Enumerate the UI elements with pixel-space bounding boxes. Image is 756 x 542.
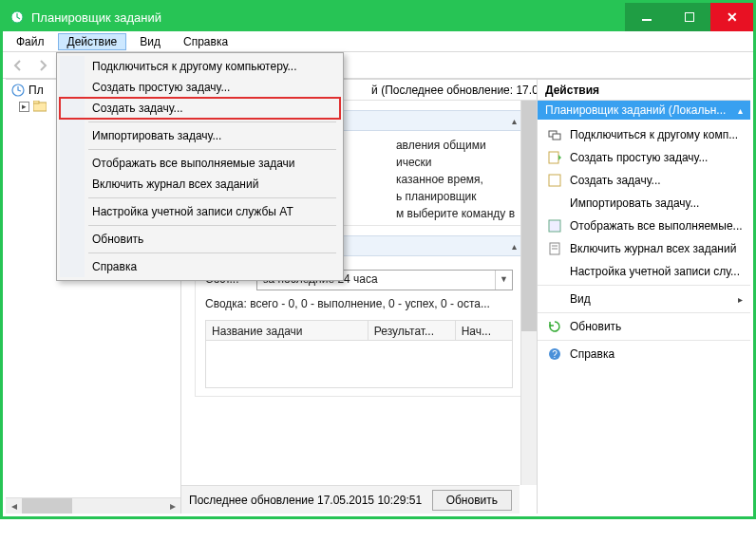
col-task-name[interactable]: Название задачи <box>206 321 369 340</box>
col-result[interactable]: Результат... <box>369 321 456 340</box>
nav-forward-button[interactable] <box>31 55 54 76</box>
dropdown-separator <box>88 197 336 198</box>
status-text: Последнее обновление 17.05.2015 10:29:51 <box>189 494 422 507</box>
clock-icon <box>11 84 25 97</box>
overview-text-4: ь планировщик <box>396 188 515 205</box>
scroll-left-button[interactable]: ◂ <box>6 498 22 514</box>
action-menu-dropdown: Подключиться к другому компьютеру... Соз… <box>56 52 344 281</box>
action-create-basic-task[interactable]: Создать простую задачу... <box>538 146 750 169</box>
scroll-track[interactable] <box>22 498 164 514</box>
task-list-empty <box>205 341 513 388</box>
action-at-account[interactable]: Настройка учетной записи слу... <box>538 260 750 286</box>
action-view[interactable]: Вид ▸ <box>538 288 750 313</box>
menu-item-show-running[interactable]: Отображать все выполняемые задачи <box>60 153 340 174</box>
state-summary: Сводка: всего - 0, 0 - выполнение, 0 - у… <box>205 296 513 312</box>
svg-rect-2 <box>685 12 694 22</box>
overview-text-3: казанное время, <box>396 171 515 188</box>
running-icon <box>547 218 562 234</box>
action-label: Импортировать задачу... <box>570 196 699 210</box>
svg-rect-13 <box>549 152 558 163</box>
menu-file[interactable]: Файл <box>7 33 54 50</box>
action-enable-log[interactable]: Включить журнал всех заданий <box>538 237 750 260</box>
overview-text-2: ически <box>396 154 515 171</box>
chevron-right-icon: ▸ <box>738 294 743 305</box>
scroll-right-button[interactable]: ▸ <box>164 498 180 514</box>
action-import-task[interactable]: Импортировать задачу... <box>538 192 750 215</box>
tree-root-label: Пл <box>28 84 44 97</box>
dropdown-separator <box>88 149 336 150</box>
refresh-icon <box>547 319 562 334</box>
svg-rect-1 <box>642 19 652 21</box>
expand-icon[interactable]: ▸ <box>19 102 29 112</box>
action-refresh[interactable]: Обновить <box>538 315 750 341</box>
refresh-button[interactable]: Обновить <box>432 490 512 511</box>
menu-item-help[interactable]: Справка <box>60 256 340 277</box>
action-show-running[interactable]: Отображать все выполняемые... <box>538 215 750 237</box>
action-label: Создать задачу... <box>570 174 661 187</box>
menu-item-import-task[interactable]: Импортировать задачу... <box>60 125 340 146</box>
svg-rect-14 <box>549 175 560 186</box>
chevron-down-icon: ▼ <box>495 271 512 290</box>
blank-icon <box>547 291 562 307</box>
action-label: Вид <box>570 292 591 306</box>
menu-item-enable-log[interactable]: Включить журнал всех заданий <box>60 174 340 195</box>
col-start[interactable]: Нач... <box>456 321 512 340</box>
vscroll-thumb[interactable] <box>521 101 537 331</box>
window-title: Планировщик заданий <box>31 10 625 25</box>
action-connect[interactable]: Подключиться к другому комп... <box>538 123 750 146</box>
svg-rect-15 <box>549 220 560 232</box>
close-button[interactable]: ✕ <box>710 3 753 31</box>
basic-task-icon <box>547 150 562 165</box>
maximize-button[interactable] <box>668 3 710 31</box>
menu-help[interactable]: Справка <box>174 33 237 50</box>
log-icon <box>547 241 562 256</box>
chevron-up-icon: ▴ <box>738 105 743 116</box>
action-label: Отображать все выполняемые... <box>570 219 743 233</box>
menu-item-refresh[interactable]: Обновить <box>60 229 340 250</box>
action-label: Обновить <box>570 320 621 333</box>
help-icon: ? <box>547 346 562 362</box>
connect-icon <box>547 127 562 142</box>
overview-text-5: м выберите команду в <box>396 205 515 222</box>
task-icon <box>547 173 562 188</box>
actions-scope-label: Планировщик заданий (Локальн... <box>545 103 726 117</box>
app-icon <box>9 9 26 26</box>
svg-text:?: ? <box>552 349 558 360</box>
menu-item-create-task[interactable]: Создать задачу... <box>60 98 340 119</box>
chevron-up-icon: ▴ <box>512 116 517 126</box>
minimize-button[interactable] <box>625 3 668 31</box>
action-label: Настройка учетной записи слу... <box>570 265 740 278</box>
menubar: Файл Действие Вид Справка <box>3 31 753 52</box>
summary-scrollbar-vertical[interactable] <box>520 101 537 485</box>
tree-scrollbar-horizontal[interactable]: ◂ ▸ <box>6 497 180 514</box>
menu-item-at-account[interactable]: Настройка учетной записи службы АТ <box>60 201 340 222</box>
menu-item-create-basic-task[interactable]: Создать простую задачу... <box>60 77 340 98</box>
action-label: Включить журнал всех заданий <box>570 242 736 255</box>
menu-action[interactable]: Действие <box>58 33 127 50</box>
summary-statusbar: Последнее обновление 17.05.2015 10:29:51… <box>181 485 520 514</box>
app-window: Планировщик заданий ✕ Файл Действие Вид … <box>0 0 756 519</box>
menu-view[interactable]: Вид <box>130 33 170 50</box>
nav-back-button[interactable] <box>7 55 29 76</box>
window-buttons: ✕ <box>625 3 753 31</box>
actions-scope-header[interactable]: Планировщик заданий (Локальн... ▴ <box>538 101 750 120</box>
import-icon <box>547 196 562 211</box>
overview-text-1: авления общими <box>396 137 515 154</box>
action-help[interactable]: ? Справка <box>538 343 750 365</box>
summary-header-text: й (Последнее обновление: 17.05.2 <box>371 84 537 97</box>
folder-icon <box>33 101 47 112</box>
dropdown-separator <box>88 252 336 253</box>
titlebar: Планировщик заданий ✕ <box>3 3 753 31</box>
svg-rect-10 <box>33 101 39 103</box>
chevron-up-icon: ▴ <box>512 241 517 252</box>
scroll-thumb[interactable] <box>22 498 72 514</box>
dropdown-separator <box>88 121 336 122</box>
action-label: Подключиться к другому комп... <box>570 128 738 141</box>
svg-rect-12 <box>553 134 560 140</box>
menu-item-connect[interactable]: Подключиться к другому компьютеру... <box>60 56 340 77</box>
actions-pane: Действия Планировщик заданий (Локальн...… <box>537 80 750 514</box>
action-create-task[interactable]: Создать задачу... <box>538 169 750 192</box>
blank-icon <box>547 264 562 279</box>
actions-panel-title: Действия <box>538 80 750 101</box>
dropdown-separator <box>88 225 336 226</box>
